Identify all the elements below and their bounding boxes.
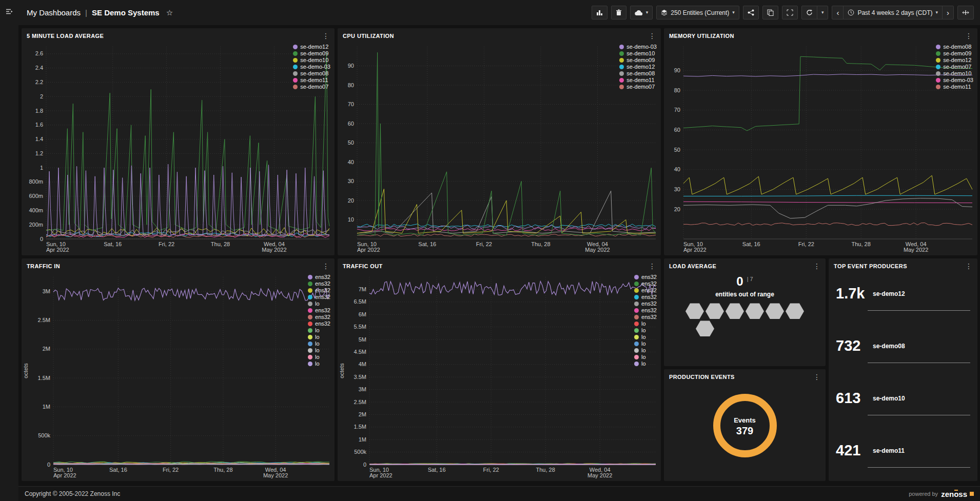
legend-item[interactable]: lo	[634, 340, 657, 347]
panel-menu-icon[interactable]: ⋮	[813, 264, 820, 269]
panel-menu-icon[interactable]: ⋮	[322, 264, 329, 269]
legend-item[interactable]: se-demo-03	[619, 44, 657, 50]
breadcrumb-my-dashboards[interactable]: My Dashboards	[27, 8, 81, 17]
legend-item[interactable]: se-demo12	[293, 44, 330, 50]
legend-item[interactable]: lo	[634, 334, 657, 340]
time-range-button[interactable]: Past 4 weeks 2 days (CDT) ▾	[843, 6, 943, 19]
legend-item[interactable]: ens32	[308, 280, 330, 287]
entity-hexagon[interactable]	[786, 303, 804, 319]
entities-dropdown-button[interactable]: 250 Entities (Current) ▾	[656, 6, 739, 19]
time-forward-button[interactable]: ›	[942, 6, 954, 19]
legend-item[interactable]: se-demo07	[293, 84, 330, 90]
legend-item[interactable]: ens32	[308, 320, 330, 327]
delete-button[interactable]	[611, 6, 626, 19]
panel-menu-icon[interactable]: ⋮	[322, 33, 329, 38]
export-dropdown-button[interactable]: ▾	[630, 6, 653, 19]
legend-item[interactable]: ens32	[634, 300, 657, 307]
legend-item[interactable]: se-demo07	[936, 64, 973, 70]
refresh-button[interactable]	[801, 6, 817, 19]
sidebar-expand-icon[interactable]	[6, 8, 13, 15]
legend-item[interactable]: se-demo11	[936, 84, 973, 90]
entity-hexagon[interactable]	[696, 320, 714, 336]
legend-item[interactable]: se-demo08	[293, 70, 330, 76]
legend-item[interactable]: lo	[308, 354, 330, 360]
producer-name[interactable]: se-demo10	[873, 395, 905, 402]
sidebar-rail	[0, 0, 18, 501]
legend-item[interactable]: lo	[634, 327, 657, 333]
svg-text:2: 2	[40, 93, 43, 99]
clock-icon	[848, 9, 854, 16]
legend-color-dot	[936, 58, 940, 63]
legend-item[interactable]: se-demo10	[619, 50, 657, 56]
legend-item[interactable]: ens32	[308, 274, 330, 280]
entity-hexagon[interactable]	[685, 303, 704, 319]
legend-item[interactable]: lo	[308, 300, 330, 307]
legend-item[interactable]: se-demo09	[619, 57, 657, 63]
legend-item[interactable]: ens32	[634, 294, 657, 300]
legend-item[interactable]: se-demo-03	[936, 77, 973, 83]
legend-item[interactable]: lo	[308, 360, 330, 367]
share-button[interactable]	[743, 6, 759, 19]
legend-item[interactable]: lo	[308, 347, 330, 353]
panel-menu-icon[interactable]: ⋮	[649, 264, 656, 269]
entity-hexagon[interactable]	[705, 303, 724, 319]
producer-name[interactable]: se-demo11	[873, 447, 905, 454]
legend-item[interactable]: lo	[634, 347, 657, 353]
caret-down-icon: ▾	[821, 10, 824, 15]
panel-menu-icon[interactable]: ⋮	[965, 33, 972, 38]
entity-hexagon[interactable]	[766, 303, 784, 319]
entity-hexagon[interactable]	[746, 303, 764, 319]
svg-text:Sat, 16: Sat, 16	[742, 241, 760, 247]
legend-item[interactable]: se-demo12	[936, 57, 973, 63]
legend-item[interactable]: se-demo11	[293, 77, 330, 83]
legend-item[interactable]: ens32	[634, 280, 657, 287]
dashboard-grid: 5 MINUTE LOAD AVERAGE ⋮ 0200m400m600m800…	[18, 25, 980, 484]
legend-item[interactable]: se-demo10	[293, 57, 330, 63]
legend-item[interactable]: lo	[634, 360, 657, 367]
refresh-dropdown-button[interactable]: ▾	[817, 6, 829, 19]
legend-item[interactable]: ens32	[634, 314, 657, 320]
legend-item[interactable]: lo	[308, 327, 330, 333]
legend-item[interactable]: se-demo11	[619, 77, 657, 83]
legend-color-dot	[293, 65, 298, 69]
producer-name[interactable]: se-demo08	[873, 343, 905, 350]
fit-width-button[interactable]	[957, 6, 974, 19]
entity-hexagon[interactable]	[726, 303, 744, 319]
legend-item[interactable]: se-demo10	[936, 70, 973, 76]
legend-item[interactable]: se-demo08	[619, 70, 657, 76]
legend-item[interactable]: se-demo09	[936, 50, 973, 56]
legend-item[interactable]: ens32	[308, 294, 330, 300]
copy-button[interactable]	[762, 6, 778, 19]
svg-text:80: 80	[348, 82, 354, 88]
producer-name[interactable]: se-demo12	[873, 290, 905, 297]
page-title: SE Demo Systems	[92, 8, 160, 17]
panel-menu-icon[interactable]: ⋮	[965, 264, 972, 269]
legend-item[interactable]: lo	[634, 354, 657, 360]
refresh-icon	[806, 9, 813, 16]
legend-item[interactable]: ens32	[308, 287, 330, 293]
legend-item[interactable]: lo	[634, 320, 657, 327]
legend-item[interactable]: se-demo-03	[293, 64, 330, 70]
legend-item[interactable]: ens32	[634, 287, 657, 293]
legend-item[interactable]: ens32	[634, 307, 657, 313]
legend-item[interactable]: ens32	[634, 274, 657, 280]
time-back-button[interactable]: ‹	[832, 6, 844, 19]
legend-item[interactable]: ens32	[308, 307, 330, 313]
events-donut[interactable]: Events 379	[707, 388, 783, 466]
panel-menu-icon[interactable]: ⋮	[649, 33, 656, 38]
bar-chart-button[interactable]	[592, 6, 607, 19]
legend-item[interactable]: lo	[308, 340, 330, 347]
legend-item[interactable]: lo	[308, 334, 330, 340]
legend-item[interactable]: se-demo12	[619, 64, 657, 70]
legend-item[interactable]: se-demo07	[619, 84, 657, 90]
favorite-star-icon[interactable]: ☆	[166, 8, 173, 17]
panel-menu-icon[interactable]: ⋮	[813, 374, 820, 379]
svg-text:70: 70	[348, 101, 354, 107]
legend-label: se-demo-03	[943, 77, 973, 83]
copy-icon	[767, 9, 774, 16]
legend-item[interactable]: se-demo08	[936, 44, 973, 50]
legend-item[interactable]: ens32	[308, 314, 330, 320]
legend-item[interactable]: se-demo09	[293, 50, 330, 56]
fullscreen-button[interactable]	[782, 6, 798, 19]
svg-text:Apr 2022: Apr 2022	[53, 472, 76, 478]
